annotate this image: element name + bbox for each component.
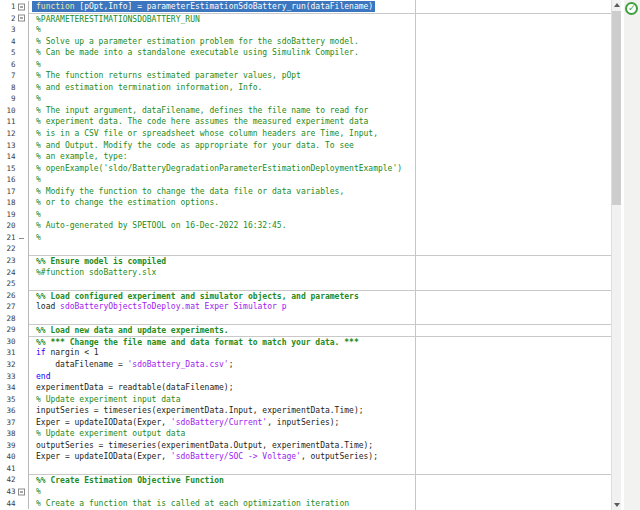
fold-toggle-icon[interactable] xyxy=(18,3,25,10)
vertical-scrollbar[interactable] xyxy=(611,0,621,510)
code-text[interactable] xyxy=(29,463,611,475)
code-line[interactable]: 10% The input argument, dataFilename, de… xyxy=(0,105,611,117)
code-line[interactable]: 32 dataFilename = 'sdoBattery_Data.csv'; xyxy=(0,359,611,371)
gutter-cell: 14 xyxy=(0,151,29,163)
code-text[interactable]: % an example, type: xyxy=(29,151,611,163)
gutter-cell: 36 xyxy=(0,405,29,417)
code-text[interactable]: inputSeries = timeseries(experimentData.… xyxy=(29,405,611,417)
code-text[interactable]: function [pOpt,Info] = parameterEstimati… xyxy=(29,1,611,13)
code-text[interactable]: end xyxy=(29,371,611,383)
code-text[interactable]: dataFilename = 'sdoBattery_Data.csv'; xyxy=(29,359,611,371)
code-text[interactable]: load sdoBatteryObjectsToDeploy.mat Exper… xyxy=(29,301,611,313)
code-text[interactable]: %PARAMETERESTIMATIONSDOBATTERY_RUN xyxy=(29,13,611,25)
code-line[interactable]: 20% Auto-generated by SPETOOL on 16-Dec-… xyxy=(0,220,611,232)
code-text[interactable] xyxy=(29,278,611,290)
code-text[interactable]: % Auto-generated by SPETOOL on 16-Dec-20… xyxy=(29,220,611,232)
code-line[interactable]: 7% The function returns estimated parame… xyxy=(0,70,611,82)
code-line[interactable]: 5% Can be made into a standalone executa… xyxy=(0,47,611,59)
code-line[interactable]: 2%PARAMETERESTIMATIONSDOBATTERY_RUN xyxy=(0,13,611,25)
code-line[interactable]: 8% and estimation termination informatio… xyxy=(0,82,611,94)
code-text[interactable]: % or to change the estimation options. xyxy=(29,197,611,209)
code-line[interactable]: 38% Update experiment output data xyxy=(0,428,611,440)
code-text[interactable]: % xyxy=(29,232,611,244)
code-text[interactable] xyxy=(29,313,611,325)
code-line[interactable]: 34experimentData = readtable(dataFilenam… xyxy=(0,382,611,394)
code-line[interactable]: 9% xyxy=(0,93,611,105)
code-text[interactable]: % The input argument, dataFilename, defi… xyxy=(29,105,611,117)
code-text[interactable]: % openExample('sldo/BatteryDegradationPa… xyxy=(29,163,611,175)
code-line[interactable]: 23%% Ensure model is compiled xyxy=(0,255,611,267)
code-line[interactable]: 43% xyxy=(0,486,611,498)
code-text[interactable]: % Modify the function to change the data… xyxy=(29,186,611,198)
gutter-cell: 1 xyxy=(0,1,29,13)
code-line[interactable]: 36inputSeries = timeseries(experimentDat… xyxy=(0,405,611,417)
code-line[interactable]: 37Exper = updateIOData(Exper, 'sdoBatter… xyxy=(0,417,611,429)
code-line[interactable]: 28 xyxy=(0,313,611,325)
code-line[interactable]: 31if nargin < 1 xyxy=(0,347,611,359)
code-line[interactable]: 12% is in a CSV file or spreadsheet whos… xyxy=(0,128,611,140)
code-line[interactable]: 13% and Output. Modify the code as appro… xyxy=(0,140,611,152)
code-text[interactable]: % The function returns estimated paramet… xyxy=(29,70,611,82)
fold-toggle-icon[interactable] xyxy=(18,488,25,495)
scroll-up-button[interactable] xyxy=(612,0,621,10)
code-line[interactable]: 19% xyxy=(0,209,611,221)
code-line[interactable]: 4% Solve up a parameter estimation probl… xyxy=(0,36,611,48)
code-line[interactable]: 39outputSeries = timeseries(experimentDa… xyxy=(0,440,611,452)
code-line[interactable]: 26%% Load configured experiment and simu… xyxy=(0,290,611,302)
code-text[interactable]: %#function sdoBattery.slx xyxy=(29,267,611,279)
code-line[interactable]: 25 xyxy=(0,278,611,290)
code-text[interactable]: % xyxy=(29,24,611,36)
scroll-down-button[interactable] xyxy=(612,500,621,510)
code-text[interactable]: %% Ensure model is compiled xyxy=(29,255,611,267)
fold-toggle-icon[interactable] xyxy=(18,15,25,22)
code-line[interactable]: 24%#function sdoBattery.slx xyxy=(0,267,611,279)
code-text[interactable]: %% Create Estimation Objective Function xyxy=(29,474,611,486)
code-line[interactable]: 17% Modify the function to change the da… xyxy=(0,186,611,198)
code-text[interactable]: % xyxy=(29,59,611,71)
code-text[interactable]: %% Load configured experiment and simula… xyxy=(29,290,611,302)
code-text[interactable]: % xyxy=(29,209,611,221)
code-line[interactable]: 40Exper = updateIOData(Exper, 'sdoBatter… xyxy=(0,451,611,463)
code-text[interactable]: % xyxy=(29,486,611,498)
code-line[interactable]: 21% xyxy=(0,232,611,244)
code-line[interactable]: 16% xyxy=(0,174,611,186)
code-line[interactable]: 1function [pOpt,Info] = parameterEstimat… xyxy=(0,1,611,13)
code-text[interactable]: %% *** Change the file name and data for… xyxy=(29,336,611,348)
code-line[interactable]: 14% an example, type: xyxy=(0,151,611,163)
code-text[interactable]: % Update experiment output data xyxy=(29,428,611,440)
code-text[interactable] xyxy=(29,243,611,255)
code-line[interactable]: 6% xyxy=(0,59,611,71)
code-text[interactable]: if nargin < 1 xyxy=(29,347,611,359)
code-line[interactable]: 35% Update experiment input data xyxy=(0,394,611,406)
scrollbar-thumb[interactable] xyxy=(612,11,621,205)
code-text[interactable]: % Solve up a parameter estimation proble… xyxy=(29,36,611,48)
code-line[interactable]: 42%% Create Estimation Objective Functio… xyxy=(0,474,611,486)
code-text[interactable]: experimentData = readtable(dataFilename)… xyxy=(29,382,611,394)
code-text[interactable]: % and estimation termination information… xyxy=(29,82,611,94)
code-text[interactable]: % experiment data. The code here assumes… xyxy=(29,116,611,128)
code-text[interactable]: Exper = updateIOData(Exper, 'sdoBattery/… xyxy=(29,451,611,463)
code-text[interactable]: % Create a function that is called at ea… xyxy=(29,498,611,510)
code-line[interactable]: 18% or to change the estimation options. xyxy=(0,197,611,209)
code-text[interactable]: %% Load new data and update experiments. xyxy=(29,324,611,336)
code-analyzer-indicator[interactable]: ✓ xyxy=(625,2,638,15)
code-line[interactable]: 22 xyxy=(0,243,611,255)
code-text[interactable]: % is in a CSV file or spreadsheet whose … xyxy=(29,128,611,140)
code-line[interactable]: 15% openExample('sldo/BatteryDegradation… xyxy=(0,163,611,175)
code-text[interactable]: % and Output. Modify the code as appropr… xyxy=(29,140,611,152)
code-line[interactable]: 41 xyxy=(0,463,611,475)
code-line[interactable]: 33end xyxy=(0,371,611,383)
code-line[interactable]: 29%% Load new data and update experiment… xyxy=(0,324,611,336)
code-line[interactable]: 30%% *** Change the file name and data f… xyxy=(0,336,611,348)
code-line[interactable]: 11% experiment data. The code here assum… xyxy=(0,116,611,128)
code-line[interactable]: 3% xyxy=(0,24,611,36)
code-text[interactable]: outputSeries = timeseries(experimentData… xyxy=(29,440,611,452)
gutter-cell: 30 xyxy=(0,336,29,348)
code-text[interactable]: % Can be made into a standalone executab… xyxy=(29,47,611,59)
code-line[interactable]: 27load sdoBatteryObjectsToDeploy.mat Exp… xyxy=(0,301,611,313)
code-text[interactable]: % Update experiment input data xyxy=(29,394,611,406)
code-text[interactable]: % xyxy=(29,93,611,105)
code-text[interactable]: % xyxy=(29,174,611,186)
code-text[interactable]: Exper = updateIOData(Exper, 'sdoBattery/… xyxy=(29,417,611,429)
code-line[interactable]: 44% Create a function that is called at … xyxy=(0,498,611,510)
